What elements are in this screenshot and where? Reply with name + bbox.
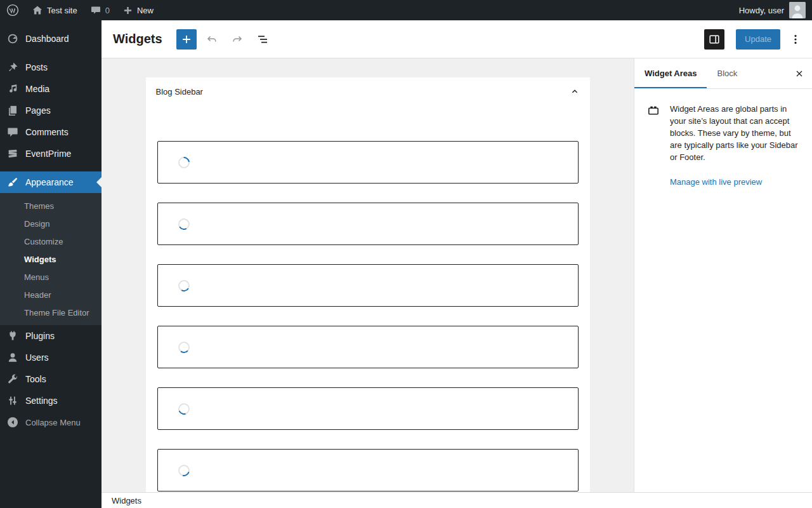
block-inserter-button[interactable] [176, 29, 197, 50]
plus-icon [122, 5, 133, 16]
loading-block[interactable] [157, 141, 579, 184]
sidebar-item-pages[interactable]: Pages [0, 100, 102, 121]
sidebar-item-plugins[interactable]: Plugins [0, 325, 102, 347]
close-settings-button[interactable] [787, 58, 812, 88]
sidebar-item-appearance[interactable]: Appearance [0, 171, 102, 193]
admin-sidebar: Dashboard Posts Media Pages [0, 20, 102, 508]
list-view-icon [256, 32, 270, 46]
comments-indicator[interactable]: 0 [84, 0, 116, 20]
comments-icon [6, 126, 19, 138]
sidebar-item-tools[interactable]: Tools [0, 368, 102, 390]
submenu-item-theme-file-editor[interactable]: Theme File Editor [0, 304, 102, 321]
loading-spinner-icon [176, 401, 192, 417]
sidebar-item-media[interactable]: Media [0, 78, 102, 100]
editor-header: Widgets [102, 20, 812, 58]
current-menu-arrow [96, 177, 102, 187]
submenu-item-design[interactable]: Design [0, 215, 102, 232]
widget-area-panel: Blog Sidebar [146, 77, 590, 492]
collapse-menu-label: Collapse Menu [25, 418, 81, 427]
loading-block[interactable] [157, 264, 579, 307]
inspector-tabs: Widget Areas Block [634, 58, 812, 89]
submenu-item-menus[interactable]: Menus [0, 268, 102, 286]
sidebar-item-settings[interactable]: Settings [0, 390, 102, 411]
user-icon [6, 351, 19, 364]
loading-spinner-icon [176, 462, 192, 478]
submenu-item-widgets[interactable]: Widgets [0, 250, 102, 268]
inspector-sidebar: Widget Areas Block [634, 58, 812, 492]
new-label: New [137, 6, 154, 15]
loading-block[interactable] [157, 387, 579, 430]
sidebar-item-comments[interactable]: Comments [0, 121, 102, 143]
list-view-button[interactable] [252, 29, 273, 50]
sidebar-item-label: Comments [25, 127, 69, 137]
avatar[interactable] [789, 2, 806, 18]
kebab-menu-icon [789, 33, 802, 46]
page-title: Widgets [113, 32, 162, 46]
media-icon [6, 83, 19, 95]
editor-footer: Widgets [102, 492, 812, 508]
sidebar-item-label: EventPrime [25, 149, 71, 159]
dashboard-icon [6, 32, 19, 45]
sidebar-item-label: Appearance [25, 177, 74, 187]
undo-button[interactable] [202, 29, 222, 50]
widget-area-box-icon [647, 103, 660, 163]
sidebar-item-label: Plugins [25, 331, 55, 341]
loading-spinner-icon [176, 154, 192, 170]
sidebar-item-label: Tools [25, 374, 46, 384]
sidebar-panel-icon [708, 33, 721, 46]
sidebar-item-label: Posts [25, 62, 48, 72]
loading-spinner-icon [176, 278, 190, 292]
editor-canvas: Blog Sidebar [102, 58, 634, 492]
sidebar-item-label: Dashboard [25, 34, 69, 44]
new-menu[interactable]: New [116, 0, 160, 20]
admin-bar: Test site 0 New Howdy, user [0, 0, 812, 20]
loading-block[interactable] [157, 449, 579, 491]
redo-icon [230, 32, 244, 46]
block-list [146, 105, 590, 491]
submenu-item-themes[interactable]: Themes [0, 197, 102, 215]
wp-logo-menu[interactable] [0, 0, 25, 20]
widget-area-header[interactable]: Blog Sidebar [146, 77, 590, 105]
sidebar-item-posts[interactable]: Posts [0, 57, 102, 78]
sidebar-item-label: Media [25, 84, 49, 94]
loading-block[interactable] [157, 203, 579, 245]
tab-widget-areas[interactable]: Widget Areas [634, 58, 707, 88]
comment-bubble-icon [90, 4, 102, 16]
pushpin-icon [6, 61, 19, 74]
sidebar-item-label: Users [25, 352, 49, 363]
redo-button[interactable] [227, 29, 247, 50]
undo-icon [205, 32, 219, 46]
wrench-icon [6, 373, 19, 385]
widget-area-title: Blog Sidebar [156, 87, 203, 97]
close-icon [794, 69, 804, 79]
plus-icon [180, 33, 193, 46]
settings-sliders-icon [6, 394, 19, 407]
chevron-up-icon [570, 86, 580, 97]
widget-areas-description: Widget Areas are global parts in your si… [670, 103, 802, 163]
sidebar-item-label: Pages [25, 105, 51, 116]
settings-sidebar-toggle[interactable] [704, 29, 724, 50]
sidebar-item-label: Settings [25, 396, 58, 406]
sidebar-item-dashboard[interactable]: Dashboard [0, 28, 102, 50]
sidebar-item-eventprime[interactable]: EventPrime [0, 143, 102, 164]
manage-live-preview-link[interactable]: Manage with live preview [670, 177, 762, 187]
collapse-menu-button[interactable]: Collapse Menu [0, 411, 102, 433]
collapse-arrow-icon [6, 416, 19, 429]
loading-spinner-icon [178, 341, 190, 354]
options-menu-button[interactable] [787, 29, 804, 50]
appearance-submenu: Themes Design Customize Widgets Menus He… [0, 193, 102, 325]
sidebar-item-users[interactable]: Users [0, 347, 102, 368]
comment-count: 0 [105, 6, 110, 15]
pages-icon [6, 104, 19, 117]
submenu-item-header[interactable]: Header [0, 286, 102, 304]
footer-breadcrumb[interactable]: Widgets [112, 496, 141, 505]
site-name-link[interactable]: Test site [25, 0, 84, 20]
tab-block[interactable]: Block [707, 58, 747, 88]
update-button[interactable]: Update [736, 29, 780, 50]
howdy-text[interactable]: Howdy, user [739, 6, 784, 15]
submenu-item-customize[interactable]: Customize [0, 232, 102, 250]
home-icon [32, 4, 43, 16]
loading-block[interactable] [157, 326, 579, 368]
appearance-brush-icon [6, 176, 19, 189]
loading-spinner-icon [176, 217, 190, 231]
